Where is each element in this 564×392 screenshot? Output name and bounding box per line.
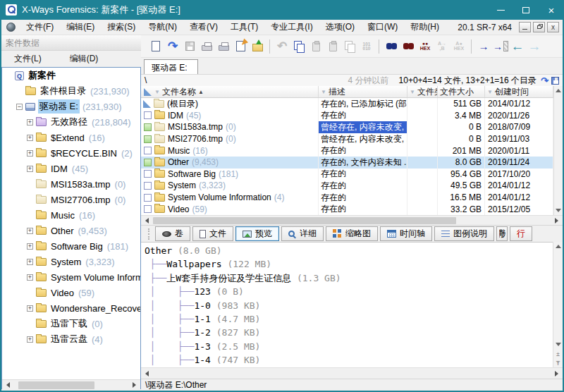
table-row[interactable]: System(3,323)存在的49.5 GB2014/01/12 <box>141 180 553 192</box>
scrollbar-track[interactable] <box>554 95 563 206</box>
tree-expander-icon[interactable]: + <box>27 166 33 172</box>
tree-item-5[interactable]: +$RECYCLE.BIN(2) <box>2 145 140 161</box>
tree-expander-icon[interactable]: + <box>27 150 33 157</box>
open-icon[interactable]: ↷ <box>164 38 181 55</box>
column-header-0[interactable]: ▼文件名称▲ <box>141 86 319 97</box>
scroll-left-icon[interactable] <box>145 371 149 376</box>
tree-expander-icon[interactable]: + <box>27 336 33 343</box>
column-header-3[interactable]: 文件大小 <box>438 86 485 97</box>
row-checkbox[interactable] <box>144 111 152 119</box>
table-row[interactable]: Other(9,453)存在的, 文件内容未知 ...8.0 GB2019/11… <box>141 157 553 169</box>
row-checkbox[interactable] <box>144 159 152 166</box>
edit-report-icon[interactable] <box>232 38 249 55</box>
new-file-icon[interactable] <box>147 38 164 55</box>
table-vscrollbar[interactable] <box>553 86 563 215</box>
back-icon[interactable]: ← <box>509 38 526 55</box>
find-icon[interactable] <box>383 38 400 55</box>
table-hscrollbar[interactable] <box>141 215 563 225</box>
tree-item-6[interactable]: +IDM(45) <box>2 161 140 176</box>
mode-tab-0[interactable]: 卷 <box>155 226 190 241</box>
jump-up-icon[interactable]: ± <box>553 349 563 358</box>
tree-item-8[interactable]: MSI27706.tmp(0) <box>2 192 140 207</box>
tree-expander-icon[interactable]: + <box>27 259 33 265</box>
scroll-right-icon[interactable] <box>555 371 558 376</box>
maximize-button[interactable] <box>513 0 539 20</box>
tree-expander-icon[interactable]: + <box>27 228 33 234</box>
mode-tab-4[interactable]: 缩略图 <box>326 226 378 241</box>
filter-icon[interactable]: ▼ <box>154 89 160 95</box>
tree-item-14[interactable]: Video(59) <box>2 285 140 300</box>
row-checkbox[interactable] <box>144 135 152 143</box>
hex-find-icon[interactable]: ●●HEX <box>417 38 434 55</box>
table-row[interactable]: (根目录)存在的, 已添加标记 (部分...511 GB2014/01/12 <box>141 98 553 110</box>
scroll-down-icon[interactable] <box>553 340 563 349</box>
tab-drive-e[interactable]: 驱动器 E: <box>144 59 198 74</box>
scroll-right-icon[interactable] <box>555 218 558 223</box>
menu-item-5[interactable]: 工具(T) <box>224 21 264 33</box>
scroll-right-icon[interactable] <box>133 382 136 388</box>
mdi-close-button[interactable]: x <box>547 22 559 32</box>
sidebar-menu-item-1[interactable]: 编辑(D) <box>63 53 105 65</box>
scroll-down-icon[interactable] <box>554 206 563 215</box>
tree-expander-icon[interactable]: + <box>27 305 33 312</box>
sidebar-hscrollbar[interactable] <box>2 379 140 390</box>
mode-tab-3[interactable]: 详细 <box>281 226 324 241</box>
menu-item-0[interactable]: 文件(F) <box>20 21 60 33</box>
row-checkbox[interactable] <box>144 147 152 154</box>
menu-item-9[interactable]: 帮助(H) <box>404 21 446 33</box>
scroll-left-icon[interactable] <box>6 382 10 388</box>
mode-tab-8[interactable]: 行 <box>510 226 532 241</box>
scroll-left-icon[interactable] <box>145 218 149 223</box>
preview-hscrollbar[interactable] <box>141 367 563 379</box>
table-row[interactable]: System Volume Information(4)存在的16.5 MB20… <box>141 192 553 204</box>
row-checkbox[interactable] <box>144 123 152 131</box>
table-row[interactable]: MSI27706.tmp(0)曾经存在, 内容未改变, ...0 B2019/1… <box>141 133 553 145</box>
column-header-1[interactable]: ▼描述 <box>319 86 407 97</box>
copy-icon[interactable] <box>290 38 307 55</box>
tree-expander-icon[interactable]: − <box>16 104 23 110</box>
tree-item-11[interactable]: +Software Big(181) <box>2 238 140 254</box>
table-row[interactable]: Software Big(181)存在的95.4 GB2017/10/20 <box>141 169 553 180</box>
menu-item-4[interactable]: 查看(V) <box>183 21 224 33</box>
print-setup-icon[interactable] <box>198 38 215 55</box>
mdi-minimize-button[interactable] <box>519 22 531 32</box>
refresh-icon[interactable]: ↷ <box>539 75 550 85</box>
mode-tab-7[interactable]: 同步 <box>496 226 508 241</box>
table-row[interactable]: IDM(45)存在的3.4 MB2020/11/26 <box>141 110 553 122</box>
mode-tab-2[interactable]: 预览 <box>235 226 279 241</box>
scrollbar-thumb[interactable] <box>18 381 94 389</box>
tree-item-13[interactable]: +System Volume Inform <box>2 269 140 285</box>
mode-tab-6[interactable]: 图例说明 <box>434 226 494 241</box>
scroll-up-icon[interactable] <box>554 86 563 95</box>
filter-icon[interactable]: ▼ <box>410 89 415 95</box>
column-header-2[interactable]: ▼文件类型 <box>407 86 438 97</box>
tree-item-9[interactable]: Music(16) <box>2 207 140 223</box>
minimize-button[interactable] <box>488 0 513 20</box>
row-checkbox[interactable] <box>144 205 152 213</box>
row-checkbox[interactable] <box>144 170 152 178</box>
tree-item-4[interactable]: +$Extend(16) <box>2 130 140 145</box>
mode-tab-5[interactable]: 时间轴 <box>380 226 432 241</box>
tree-expander-icon[interactable]: + <box>27 274 33 281</box>
table-row[interactable]: MSI1583a.tmp(0)曾经存在, 内容未改变, 已查看0 B2018/0… <box>141 121 553 133</box>
mdi-restore-button[interactable] <box>533 22 545 32</box>
jump-down-icon[interactable]: Ŧ <box>553 358 563 367</box>
tree-item-2[interactable]: −驱动器 E:(231,930) <box>2 99 140 114</box>
go-to-icon[interactable]: → <box>475 38 492 55</box>
menu-item-1[interactable]: 编辑(E) <box>60 21 101 33</box>
scrollbar-track[interactable] <box>553 251 563 340</box>
table-row[interactable]: Music(16)存在的201 MB2020/01/11 <box>141 145 553 157</box>
find-next-icon[interactable] <box>400 38 417 55</box>
tree-item-0[interactable]: Q新案件 <box>2 68 140 83</box>
mode-tab-1[interactable]: 文件 <box>192 226 233 241</box>
tree-item-7[interactable]: MSI1583a.tmp(0) <box>2 176 140 192</box>
go-to-offset-icon[interactable]: → <box>492 38 509 55</box>
tree-item-10[interactable]: +Other(9,453) <box>2 223 140 238</box>
print-icon[interactable] <box>215 38 232 55</box>
scroll-up-icon[interactable] <box>553 242 563 251</box>
scrollbar-thumb[interactable] <box>153 217 456 224</box>
tree-item-15[interactable]: +Wondershare_Recover <box>2 300 140 316</box>
tree-item-3[interactable]: +无效路径(218,804) <box>2 114 140 130</box>
filter-icon[interactable]: ▼ <box>487 89 493 95</box>
menu-item-2[interactable]: 搜索(S) <box>101 21 142 33</box>
